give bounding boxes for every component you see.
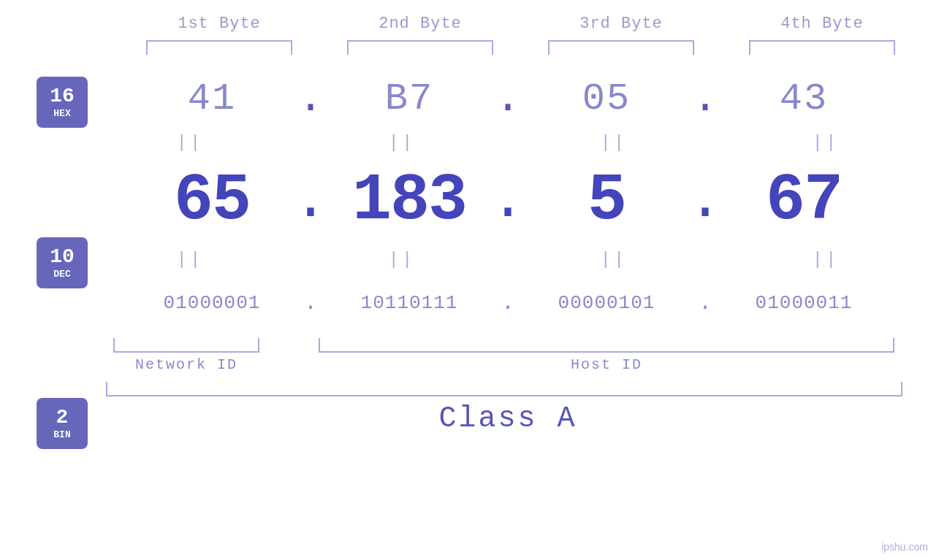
top-brackets	[119, 40, 923, 55]
network-bracket	[113, 338, 259, 353]
badge-bin-label: BIN	[53, 429, 70, 440]
hex-dot1: .	[292, 77, 329, 120]
byte1-label: 1st Byte	[139, 15, 300, 33]
bin-b3: 00000101	[526, 292, 687, 314]
bin-b2: 10110111	[329, 292, 490, 314]
hex-dot3: .	[687, 77, 723, 120]
eq2-b2: ||	[322, 250, 482, 269]
hex-b3: 05	[526, 77, 687, 120]
bracket-top-3	[548, 40, 694, 55]
watermark: ipshu.com	[881, 541, 928, 553]
dec-b4: 67	[723, 164, 884, 238]
badge-dec: 10 DEC	[37, 237, 88, 288]
badge-bin: 2 BIN	[37, 398, 88, 449]
hex-b2: B7	[329, 77, 490, 120]
dec-dot2: .	[490, 172, 526, 230]
hex-b4: 43	[723, 77, 884, 120]
bracket-top-2	[347, 40, 493, 55]
ip-grid: 41 . B7 . 05 . 43 || ||	[106, 69, 939, 435]
eq1-b4: ||	[745, 133, 906, 153]
equals-row-2: || || || ||	[106, 245, 910, 274]
rows-container: 16 HEX 10 DEC 2 BIN 41 . B7	[0, 69, 939, 493]
main-bracket-row	[106, 382, 910, 396]
dec-b1: 65	[132, 164, 292, 238]
bin-row: 01000001 . 10110111 . 00000101 . 0100001…	[106, 274, 910, 332]
badge-hex-label: HEX	[53, 108, 70, 119]
host-id-label: Host ID	[319, 356, 895, 373]
hex-dot2: .	[490, 77, 526, 120]
hex-row: 41 . B7 . 05 . 43	[106, 69, 910, 128]
network-bracket-group: Network ID	[106, 338, 267, 373]
main-bracket	[106, 382, 902, 396]
bottom-bracket-group: Network ID Host ID	[106, 338, 910, 373]
host-bracket	[319, 338, 895, 353]
bracket-top-4	[749, 40, 895, 55]
eq1-b1: ||	[110, 133, 270, 153]
byte4-label: 4th Byte	[742, 15, 902, 33]
eq1-b3: ||	[533, 133, 694, 153]
network-id-label: Network ID	[113, 356, 259, 373]
byte3-label: 3rd Byte	[541, 15, 702, 33]
badge-dec-num: 10	[50, 246, 75, 269]
eq2-b1: ||	[110, 250, 270, 269]
class-label: Class A	[438, 402, 577, 435]
host-bracket-group: Host ID	[303, 338, 910, 373]
byte2-label: 2nd Byte	[340, 15, 501, 33]
badge-hex: 16 HEX	[37, 77, 88, 128]
badge-bin-num: 2	[56, 407, 69, 429]
badge-hex-num: 16	[50, 85, 75, 108]
bin-dot1: .	[292, 292, 329, 314]
eq2-b3: ||	[533, 250, 694, 269]
bin-b4: 01000011	[723, 292, 884, 314]
eq1-b2: ||	[322, 133, 482, 153]
dec-row: 65 . 183 . 5 . 67	[106, 157, 910, 245]
bin-dot3: .	[687, 292, 723, 314]
main-container: 1st Byte 2nd Byte 3rd Byte 4th Byte 16 H…	[0, 0, 939, 560]
badges-column: 16 HEX 10 DEC 2 BIN	[0, 69, 106, 493]
eq2-b4: ||	[745, 250, 906, 269]
bracket-top-1	[146, 40, 292, 55]
class-label-row: Class A	[106, 402, 910, 435]
hex-b1: 41	[132, 77, 292, 120]
byte-headers: 1st Byte 2nd Byte 3rd Byte 4th Byte	[119, 15, 923, 33]
dec-dot3: .	[687, 172, 723, 230]
dec-b2: 183	[329, 164, 490, 238]
dec-b3: 5	[526, 164, 687, 238]
bin-dot2: .	[490, 292, 526, 314]
dec-dot1: .	[292, 172, 329, 230]
bin-b1: 01000001	[132, 292, 292, 314]
badge-dec-label: DEC	[53, 269, 70, 280]
equals-row-1: || || || ||	[106, 128, 910, 157]
